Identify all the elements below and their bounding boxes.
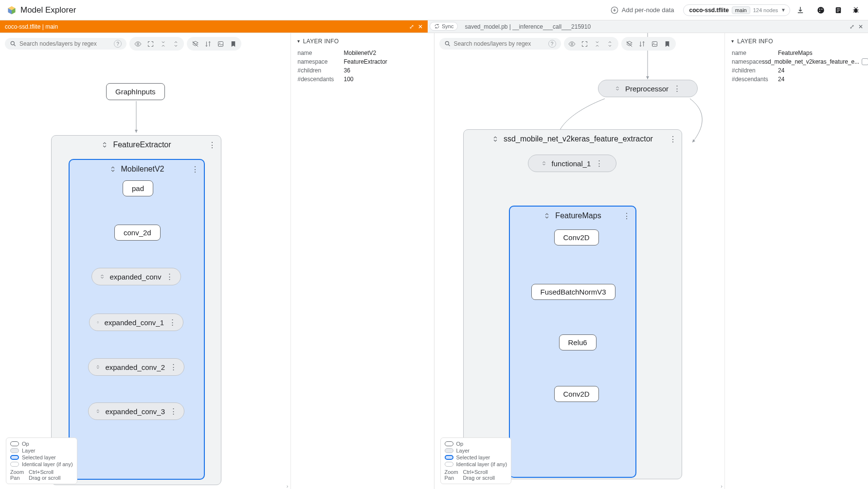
kebab-icon[interactable]: ⋮ — [166, 272, 173, 281]
layers-off-icon[interactable] — [189, 38, 201, 49]
image-icon[interactable] — [649, 38, 661, 49]
copy-button[interactable] — [862, 58, 868, 65]
kebab-icon[interactable]: ⋮ — [673, 84, 681, 93]
notes-button[interactable] — [833, 5, 844, 16]
layer-expanded-conv[interactable]: expanded_conv ⋮ — [91, 268, 181, 285]
node-graphinputs[interactable]: GraphInputs — [106, 83, 165, 100]
help-icon[interactable]: ? — [548, 40, 556, 48]
left-pane: ? — [0, 33, 434, 489]
svg-point-2 — [819, 8, 820, 9]
app-title: Model Explorer — [20, 5, 76, 15]
svg-point-12 — [571, 43, 573, 45]
layer-expanded-conv-3[interactable]: expanded_conv_3 ⋮ — [88, 402, 184, 420]
chevron-down-icon: ▸ — [296, 40, 302, 42]
collapse-icon[interactable] — [109, 166, 116, 173]
svg-point-4 — [819, 11, 820, 12]
node-conv2d-1[interactable]: Conv2D — [554, 229, 599, 245]
search-input[interactable] — [454, 40, 545, 47]
svg-rect-9 — [218, 41, 223, 46]
node-conv2d[interactable]: conv_2d — [114, 225, 161, 241]
model-selector[interactable]: coco-ssd.tflite main 124 nodes ▼ — [683, 4, 791, 16]
svg-point-14 — [653, 42, 654, 43]
kebab-icon[interactable]: ⋮ — [170, 363, 177, 371]
tabstrip: coco-ssd.tflite | main ⤢ ✕ Sync saved_mo… — [0, 20, 868, 33]
right-pane: ? — [434, 33, 868, 489]
sync-icon — [434, 23, 440, 29]
collapse-icon[interactable] — [492, 136, 499, 142]
bookmark-icon[interactable] — [662, 38, 673, 49]
add-per-node-data-button[interactable]: Add per-node data — [606, 4, 678, 17]
chevron-down-icon: ▼ — [781, 7, 786, 13]
download-button[interactable] — [795, 5, 806, 16]
expand-icon — [615, 86, 620, 91]
node-fusedbn[interactable]: FusedBatchNormV3 — [531, 284, 615, 300]
sort-icon[interactable] — [636, 38, 648, 49]
kebab-icon[interactable]: ⋮ — [170, 407, 177, 416]
kebab-icon[interactable]: ⋮ — [623, 211, 631, 221]
expand-all-icon[interactable] — [170, 38, 181, 49]
chevron-down-icon: ▸ — [730, 40, 736, 42]
info-header[interactable]: ▸ LAYER INFO — [732, 38, 861, 45]
svg-point-10 — [219, 42, 220, 43]
kebab-icon[interactable]: ⋮ — [169, 318, 176, 327]
kebab-icon[interactable]: ⋮ — [669, 135, 677, 144]
expand-icon — [95, 408, 100, 414]
layer-expanded-conv-2[interactable]: expanded_conv_2 ⋮ — [88, 358, 184, 376]
svg-point-8 — [137, 43, 139, 45]
expand-icon — [96, 319, 99, 325]
topbar: Model Explorer Add per-node data coco-ss… — [0, 0, 868, 20]
layer-expanded-conv-1[interactable]: expanded_conv_1 ⋮ — [89, 314, 183, 331]
collapse-icon[interactable] — [543, 212, 550, 219]
legend: Op Layer Selected layer Identical layer … — [440, 437, 512, 484]
node-pad[interactable]: pad — [123, 180, 153, 196]
plus-circle-icon — [610, 6, 619, 15]
info-header[interactable]: ▸ LAYER INFO — [298, 38, 427, 45]
close-tab-icon[interactable]: ✕ — [858, 23, 863, 30]
kebab-icon[interactable]: ⋮ — [208, 140, 216, 150]
layers-off-icon[interactable] — [624, 38, 635, 49]
fit-icon[interactable] — [579, 38, 591, 49]
search-box[interactable]: ? — [5, 38, 127, 50]
image-icon[interactable] — [215, 38, 226, 49]
kebab-icon[interactable]: ⋮ — [191, 165, 199, 174]
palette-button[interactable] — [815, 5, 826, 16]
logo-icon — [7, 5, 17, 15]
svg-point-11 — [445, 41, 449, 45]
expand-all-icon[interactable] — [604, 38, 616, 49]
node-relu6[interactable]: Relu6 — [559, 334, 597, 350]
left-canvas[interactable]: ? — [0, 33, 290, 489]
svg-point-1 — [817, 7, 824, 14]
collapse-icon[interactable] — [101, 141, 108, 148]
expand-icon — [95, 364, 100, 370]
layer-functional-1[interactable]: functional_1 ⋮ — [528, 155, 616, 172]
close-tab-icon[interactable]: ✕ — [418, 23, 423, 30]
expand-tab-icon[interactable]: ⤢ — [850, 23, 854, 30]
expand-tab-icon[interactable]: ⤢ — [409, 23, 414, 30]
app-logo: Model Explorer — [7, 5, 76, 15]
tab-active[interactable]: coco-ssd.tflite | main ⤢ ✕ — [0, 20, 428, 33]
bookmark-icon[interactable] — [227, 38, 239, 49]
tab-secondary[interactable]: saved_model.pb | __inference___call___21… — [460, 20, 868, 33]
collapse-all-icon[interactable] — [592, 38, 603, 49]
fit-icon[interactable] — [145, 38, 156, 49]
right-canvas[interactable]: ? — [434, 33, 725, 489]
help-icon[interactable]: ? — [114, 40, 122, 48]
sort-icon[interactable] — [202, 38, 214, 49]
bug-button[interactable] — [850, 5, 861, 16]
legend: Op Layer Selected layer Identical layer … — [6, 437, 77, 484]
sync-toggle[interactable]: Sync — [430, 22, 458, 31]
eye-icon[interactable] — [132, 38, 144, 49]
svg-rect-13 — [652, 41, 657, 46]
node-conv2d-2[interactable]: Conv2D — [554, 386, 599, 402]
search-input[interactable] — [19, 40, 111, 47]
eye-icon[interactable] — [566, 38, 578, 49]
expand-icon — [99, 274, 105, 279]
collapse-all-icon[interactable] — [157, 38, 169, 49]
kebab-icon[interactable]: ⋮ — [596, 159, 603, 168]
layer-preprocessor[interactable]: Preprocessor ⋮ — [598, 80, 698, 97]
right-info-panel: ▸ LAYER INFO nameFeatureMaps namespacess… — [724, 33, 868, 489]
search-icon — [10, 40, 17, 47]
search-box[interactable]: ? — [439, 38, 561, 50]
left-info-panel: ▸ LAYER INFO nameMobilenetV2 namespaceFe… — [290, 33, 434, 489]
svg-point-6 — [854, 8, 858, 13]
